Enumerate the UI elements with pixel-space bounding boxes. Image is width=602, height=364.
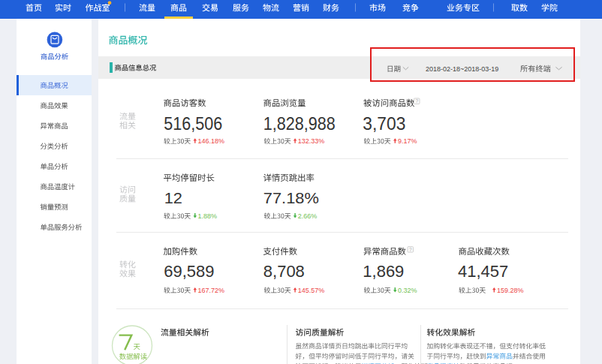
svg-text:2.66%: 2.66%	[298, 212, 318, 220]
svg-text:12: 12	[164, 191, 182, 207]
svg-text:8,708: 8,708	[263, 262, 305, 281]
svg-text:41,457: 41,457	[458, 262, 508, 281]
svg-text:0.32%: 0.32%	[398, 287, 417, 294]
svg-text:132.33%: 132.33%	[298, 137, 325, 145]
svg-text:69,589: 69,589	[164, 262, 214, 281]
svg-text:?: ?	[416, 98, 419, 104]
svg-text:2018-02-18~2018-03-19: 2018-02-18~2018-03-19	[426, 65, 498, 73]
svg-text:1.88%: 1.88%	[198, 212, 218, 220]
svg-text:159.28%: 159.28%	[497, 287, 524, 294]
svg-text:3,703: 3,703	[363, 114, 405, 134]
svg-text:167.72%: 167.72%	[198, 287, 225, 294]
svg-text:77.18%: 77.18%	[263, 191, 319, 207]
svg-text:?: ?	[409, 247, 412, 252]
svg-text:1,869: 1,869	[363, 262, 404, 281]
svg-text:146.18%: 146.18%	[198, 137, 225, 145]
svg-text:516,506: 516,506	[164, 113, 222, 134]
svg-text:145.57%: 145.57%	[298, 287, 325, 294]
svg-text:1,828,988: 1,828,988	[263, 113, 336, 134]
svg-text:9.17%: 9.17%	[398, 137, 417, 145]
